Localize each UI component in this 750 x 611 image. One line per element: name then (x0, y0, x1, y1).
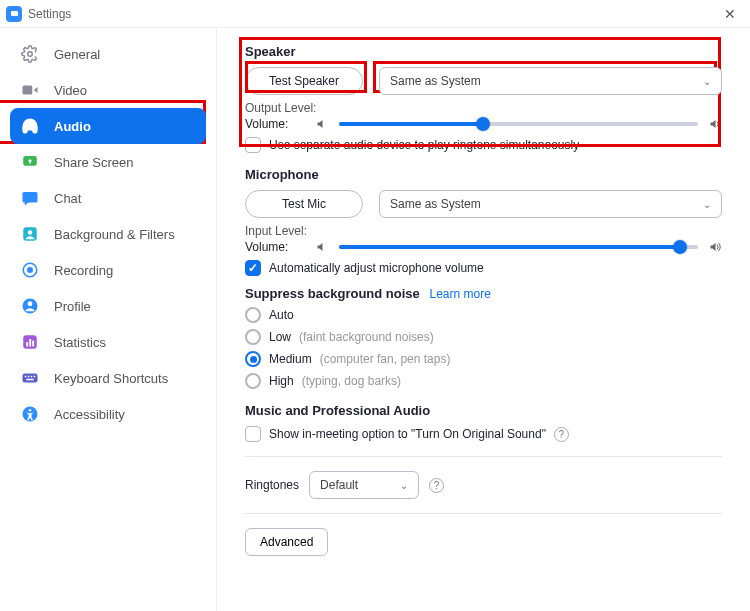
speaker-volume-slider[interactable] (339, 122, 698, 126)
statistics-icon (20, 332, 40, 352)
separate-audio-label: Use separate audio device to play ringto… (269, 138, 579, 152)
close-icon[interactable]: ✕ (716, 6, 744, 22)
separate-audio-checkbox[interactable] (245, 137, 261, 153)
sidebar-item-accessibility[interactable]: Accessibility (10, 396, 206, 432)
sidebar-item-keyboard-shortcuts[interactable]: Keyboard Shortcuts (10, 360, 206, 396)
profile-icon (20, 296, 40, 316)
svg-rect-18 (26, 379, 34, 381)
sidebar-item-video[interactable]: Video (10, 72, 206, 108)
speaker-device-dropdown[interactable]: Same as System ⌄ (379, 67, 722, 95)
noise-option-label: Medium (269, 352, 312, 366)
svg-point-8 (28, 301, 33, 306)
test-mic-button[interactable]: Test Mic (245, 190, 363, 218)
sidebar-item-label: Audio (54, 119, 91, 134)
sidebar-item-label: Share Screen (54, 155, 134, 170)
suppress-noise-title: Suppress background noise Learn more (245, 286, 722, 301)
volume-high-icon (708, 117, 722, 131)
background-icon (20, 224, 40, 244)
speaker-title: Speaker (245, 44, 722, 59)
sidebar: General Video Audio Share Screen Chat (0, 28, 217, 611)
svg-rect-14 (25, 376, 27, 378)
volume-low-icon (315, 240, 329, 254)
sidebar-item-share-screen[interactable]: Share Screen (10, 144, 206, 180)
svg-point-0 (28, 52, 33, 57)
auto-adjust-mic-label: Automatically adjust microphone volume (269, 261, 484, 275)
noise-option-hint: (faint background noises) (299, 330, 434, 344)
accessibility-icon (20, 404, 40, 424)
sidebar-item-label: Recording (54, 263, 113, 278)
svg-rect-11 (29, 339, 31, 347)
sidebar-item-label: Background & Filters (54, 227, 175, 242)
svg-rect-17 (34, 376, 36, 378)
noise-option-label: Low (269, 330, 291, 344)
sidebar-item-background-filters[interactable]: Background & Filters (10, 216, 206, 252)
sidebar-item-profile[interactable]: Profile (10, 288, 206, 324)
ringtones-dropdown[interactable]: Default ⌄ (309, 471, 419, 499)
volume-low-icon (315, 117, 329, 131)
mic-volume-label: Volume: (245, 240, 305, 254)
content-panel: Speaker Test Speaker Same as System ⌄ Ou… (217, 28, 750, 611)
noise-low-radio[interactable] (245, 329, 261, 345)
share-screen-icon (20, 152, 40, 172)
ringtones-label: Ringtones (245, 478, 299, 492)
mic-volume-slider[interactable] (339, 245, 698, 249)
help-icon[interactable]: ? (554, 427, 569, 442)
titlebar: Settings ✕ (0, 0, 750, 28)
sidebar-item-label: Profile (54, 299, 91, 314)
divider (245, 456, 722, 457)
test-speaker-button[interactable]: Test Speaker (245, 67, 363, 95)
music-audio-title: Music and Professional Audio (245, 403, 722, 418)
sidebar-item-recording[interactable]: Recording (10, 252, 206, 288)
keyboard-icon (20, 368, 40, 388)
noise-option-label: High (269, 374, 294, 388)
mic-device-value: Same as System (390, 197, 481, 211)
video-icon (20, 80, 40, 100)
window-title: Settings (28, 7, 71, 21)
advanced-button[interactable]: Advanced (245, 528, 328, 556)
sidebar-item-statistics[interactable]: Statistics (10, 324, 206, 360)
speaker-device-value: Same as System (390, 74, 481, 88)
learn-more-link[interactable]: Learn more (429, 287, 490, 301)
sidebar-item-label: General (54, 47, 100, 62)
chat-icon (20, 188, 40, 208)
sidebar-item-audio[interactable]: Audio (10, 108, 206, 144)
mic-device-dropdown[interactable]: Same as System ⌄ (379, 190, 722, 218)
output-level-label: Output Level: (245, 101, 722, 115)
svg-rect-13 (23, 374, 38, 383)
sidebar-item-label: Accessibility (54, 407, 125, 422)
sidebar-item-label: Chat (54, 191, 81, 206)
speaker-volume-label: Volume: (245, 117, 305, 131)
noise-high-radio[interactable] (245, 373, 261, 389)
svg-rect-15 (28, 376, 30, 378)
svg-rect-1 (23, 86, 33, 95)
svg-point-6 (27, 267, 33, 273)
svg-point-20 (29, 409, 32, 412)
noise-auto-radio[interactable] (245, 307, 261, 323)
sidebar-item-label: Video (54, 83, 87, 98)
svg-point-4 (28, 230, 33, 235)
noise-option-hint: (typing, dog barks) (302, 374, 401, 388)
recording-icon (20, 260, 40, 280)
chevron-down-icon: ⌄ (703, 76, 711, 87)
divider (245, 513, 722, 514)
gear-icon (20, 44, 40, 64)
input-level-label: Input Level: (245, 224, 722, 238)
microphone-title: Microphone (245, 167, 722, 182)
auto-adjust-mic-checkbox[interactable] (245, 260, 261, 276)
svg-rect-10 (26, 342, 28, 347)
app-icon (6, 6, 22, 22)
noise-medium-radio[interactable] (245, 351, 261, 367)
volume-high-icon (708, 240, 722, 254)
original-sound-label: Show in-meeting option to "Turn On Origi… (269, 427, 546, 441)
help-icon[interactable]: ? (429, 478, 444, 493)
chevron-down-icon: ⌄ (400, 480, 408, 491)
sidebar-item-label: Statistics (54, 335, 106, 350)
original-sound-checkbox[interactable] (245, 426, 261, 442)
chevron-down-icon: ⌄ (703, 199, 711, 210)
svg-rect-12 (32, 341, 34, 347)
noise-option-label: Auto (269, 308, 294, 322)
sidebar-item-general[interactable]: General (10, 36, 206, 72)
noise-option-hint: (computer fan, pen taps) (320, 352, 451, 366)
sidebar-item-chat[interactable]: Chat (10, 180, 206, 216)
headphones-icon (20, 116, 40, 136)
